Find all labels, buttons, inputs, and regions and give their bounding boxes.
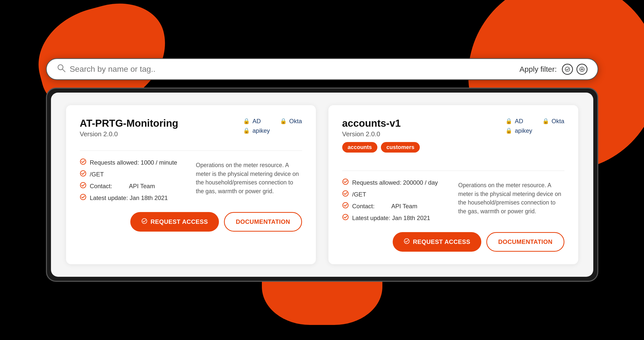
svg-point-14 xyxy=(343,214,348,220)
card-1-actions: REQUEST ACCESS DOCUMENTATION xyxy=(80,212,302,232)
card-2-auth-ad-label: AD xyxy=(515,118,523,125)
card-2-tag-accounts: accounts xyxy=(342,142,378,153)
card-1-contact-label: Contact: API Team xyxy=(90,183,155,190)
check-icon-4 xyxy=(80,194,86,202)
filter-icons xyxy=(562,64,588,75)
search-input[interactable] xyxy=(70,64,520,74)
card-1-auth-okta: 🔒 Okta xyxy=(280,118,302,125)
card-1-top: AT-PRTG-Monitoring Version 2.0.0 🔒 AD 🔒 … xyxy=(80,118,302,138)
card-2-auth-col-2: 🔒 Okta xyxy=(542,118,564,125)
card-1-info: Requests allowed: 1000 / minute /GET xyxy=(80,158,186,202)
card-1-version: Version 2.0.0 xyxy=(80,130,233,138)
card-2-contact-label: Contact: API Team xyxy=(352,203,418,210)
check-icon-5 xyxy=(342,178,349,187)
cards-grid: AT-PRTG-Monitoring Version 2.0.0 🔒 AD 🔒 … xyxy=(51,93,593,277)
card-2-requests-label: Requests allowed: 200000 / day xyxy=(352,179,438,186)
card-2-tag-customers: customers xyxy=(381,142,420,153)
card-2-request-button[interactable]: REQUEST ACCESS xyxy=(393,232,481,252)
svg-point-7 xyxy=(80,171,86,176)
svg-point-2 xyxy=(565,67,570,72)
card-2-auth-okta-label: Okta xyxy=(552,118,564,125)
card-2-version: Version 2.0.0 xyxy=(342,130,496,138)
search-bar: Apply filter: xyxy=(46,58,598,80)
card-1-requests-value: 1000 / minute xyxy=(141,159,177,166)
svg-point-8 xyxy=(80,182,86,188)
card-2-auth-okta: 🔒 Okta xyxy=(542,118,564,125)
api-card-1: AT-PRTG-Monitoring Version 2.0.0 🔒 AD 🔒 … xyxy=(66,105,316,264)
card-1-update-label: Latest update: Jan 18th 2021 xyxy=(90,194,168,201)
card-2-title: accounts-v1 xyxy=(342,118,496,129)
card-1-auth-okta-label: Okta xyxy=(289,118,302,125)
card-2-top: accounts-v1 Version 2.0.0 accounts custo… xyxy=(342,118,564,158)
svg-point-9 xyxy=(80,194,86,200)
card-2-request-check-icon xyxy=(404,238,410,246)
main-container: Apply filter: xyxy=(46,58,598,282)
lock-icon-apikey-1: 🔒 xyxy=(243,127,250,134)
card-1-contact-row: Contact: API Team xyxy=(80,182,186,190)
filter-check-button[interactable] xyxy=(562,64,573,75)
card-2-docs-button[interactable]: DOCUMENTATION xyxy=(486,232,564,252)
svg-point-6 xyxy=(80,159,86,164)
card-1-divider xyxy=(80,151,302,151)
card-2-requests-row: Requests allowed: 200000 / day xyxy=(342,178,448,187)
filter-section: Apply filter: xyxy=(519,64,587,75)
card-1-request-button[interactable]: REQUEST ACCESS xyxy=(130,212,219,232)
card-1-auth-ad-label: AD xyxy=(252,118,261,125)
card-2-requests-value: 200000 / day xyxy=(403,179,438,186)
card-2-bottom: Requests allowed: 200000 / day /GET xyxy=(342,178,564,222)
card-2-divider xyxy=(342,171,564,171)
svg-line-1 xyxy=(63,69,65,72)
card-1-docs-button[interactable]: DOCUMENTATION xyxy=(224,212,302,232)
card-2-info: Requests allowed: 200000 / day /GET xyxy=(342,178,448,222)
card-2-request-label: REQUEST ACCESS xyxy=(413,238,470,245)
card-1-title: AT-PRTG-Monitoring xyxy=(80,118,233,129)
card-2-auth-apikey: 🔒 apikey xyxy=(505,127,532,134)
filter-add-button[interactable] xyxy=(576,64,588,75)
card-2-tags: accounts customers xyxy=(342,142,496,153)
card-1-request-check-icon xyxy=(141,218,147,226)
card-2-title-block: accounts-v1 Version 2.0.0 accounts custo… xyxy=(342,118,496,158)
card-2-auth-col-1: 🔒 AD 🔒 apikey xyxy=(505,118,532,134)
svg-point-12 xyxy=(343,191,348,196)
card-1-auth-col-1: 🔒 AD 🔒 apikey xyxy=(243,118,270,134)
card-2-contact-value: API Team xyxy=(391,203,418,210)
card-1-request-label: REQUEST ACCESS xyxy=(150,218,208,225)
search-icon xyxy=(57,63,66,75)
card-1-title-block: AT-PRTG-Monitoring Version 2.0.0 xyxy=(80,118,233,138)
check-icon-3 xyxy=(80,182,86,190)
cards-outer: AT-PRTG-Monitoring Version 2.0.0 🔒 AD 🔒 … xyxy=(46,88,598,282)
svg-point-11 xyxy=(343,179,348,184)
check-icon-1 xyxy=(80,158,86,167)
lock-icon-apikey-2: 🔒 xyxy=(505,127,512,134)
card-1-get-label: /GET xyxy=(90,171,104,178)
card-2-contact-row: Contact: API Team xyxy=(342,202,448,210)
card-1-auth-col-2: 🔒 Okta xyxy=(280,118,302,125)
card-2-update-label: Latest update: Jan 18th 2021 xyxy=(352,215,430,222)
card-1-description: Operations on the meter resource. A mete… xyxy=(196,158,302,195)
card-2-actions: REQUEST ACCESS DOCUMENTATION xyxy=(342,232,564,252)
card-2-update-row: Latest update: Jan 18th 2021 xyxy=(342,214,448,222)
card-1-auth-ad: 🔒 AD xyxy=(243,118,261,125)
card-1-auth-apikey-label: apikey xyxy=(252,127,270,134)
card-1-get-row: /GET xyxy=(80,170,186,178)
card-1-bottom: Requests allowed: 1000 / minute /GET xyxy=(80,158,302,202)
card-2-get-label: /GET xyxy=(352,191,366,198)
card-2-auth-ad: 🔒 AD xyxy=(505,118,523,125)
card-1-requests-label: Requests allowed: 1000 / minute xyxy=(90,159,177,166)
svg-point-13 xyxy=(343,202,348,208)
card-1-requests-row: Requests allowed: 1000 / minute xyxy=(80,158,186,167)
card-2-update-value: Jan 18th 2021 xyxy=(392,215,430,221)
card-1-update-value: Jan 18th 2021 xyxy=(130,194,168,201)
card-2-docs-label: DOCUMENTATION xyxy=(498,238,552,245)
lock-icon-ad-2: 🔒 xyxy=(505,118,512,124)
check-icon-2 xyxy=(80,170,86,178)
check-icon-8 xyxy=(342,214,349,222)
check-icon-6 xyxy=(342,190,349,198)
lock-icon-okta-2: 🔒 xyxy=(542,118,549,124)
card-1-auth-apikey: 🔒 apikey xyxy=(243,127,270,134)
card-1-contact-value: API Team xyxy=(129,183,155,189)
card-2-auth-apikey-label: apikey xyxy=(515,127,532,134)
card-2-description: Operations on the meter resource. A mete… xyxy=(458,178,564,216)
card-2-get-row: /GET xyxy=(342,190,448,198)
check-icon-7 xyxy=(342,202,349,210)
